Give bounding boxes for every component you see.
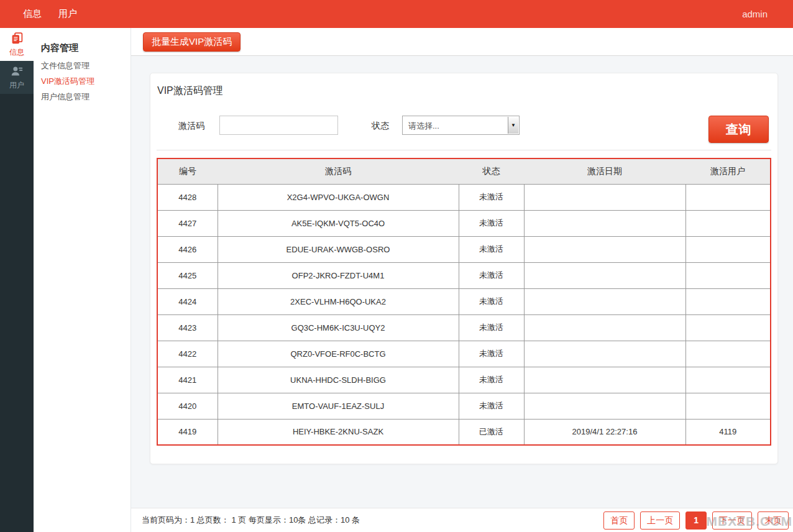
table-row: 4422QRZ0-VFOE-RF0C-BCTG未激活 — [157, 341, 771, 367]
table-cell — [524, 236, 685, 262]
table-cell — [685, 262, 771, 288]
batch-generate-button[interactable]: 批量生成VIP激活码 — [143, 32, 241, 52]
column-header: 激活用户 — [685, 158, 771, 184]
table-row: 4420EMTO-VAUF-1EAZ-SULJ未激活 — [157, 393, 771, 419]
table-cell — [524, 367, 685, 393]
sidebar-item-user-info[interactable]: 用户信息管理 — [41, 93, 131, 101]
table-cell: 未激活 — [459, 288, 524, 314]
logged-in-user[interactable]: admin — [742, 9, 768, 19]
table-cell — [685, 314, 771, 341]
rail-item-label: 用户 — [9, 80, 24, 91]
table-cell: 4428 — [157, 184, 218, 210]
page-button-current[interactable]: 1 — [685, 511, 707, 530]
table-cell — [524, 184, 685, 210]
table-cell: 未激活 — [459, 184, 524, 210]
table-cell: 4424 — [157, 288, 218, 314]
rail-item-user[interactable]: 用户 — [0, 61, 34, 94]
table-row: 4427AK5E-IQKM-VQT5-OC4O未激活 — [157, 210, 771, 236]
top-nav-user[interactable]: 用户 — [58, 8, 77, 20]
toolbar: 批量生成VIP激活码 — [131, 28, 793, 56]
table-header-row: 编号激活码状态激活日期激活用户 — [157, 158, 771, 184]
table-cell: 未激活 — [459, 210, 524, 236]
table-cell: AK5E-IQKM-VQT5-OC4O — [218, 210, 459, 236]
table-cell — [524, 210, 685, 236]
user-icon — [11, 65, 24, 80]
table-cell: 未激活 — [459, 367, 524, 393]
table-cell: EDUE-URAK-WWGB-OSRO — [218, 236, 459, 262]
documents-icon — [11, 32, 24, 47]
pagination: 首页上一页1下一页末页 — [603, 511, 789, 530]
table-cell — [685, 288, 771, 314]
table-cell — [524, 288, 685, 314]
table-cell: 4427 — [157, 210, 218, 236]
table-row: 4428X2G4-WPVO-UKGA-OWGN未激活 — [157, 184, 771, 210]
table-cell: QRZ0-VFOE-RF0C-BCTG — [218, 341, 459, 367]
main-area: 批量生成VIP激活码 VIP激活码管理 激活码 状态 请选择... ▼ 查询 编… — [131, 28, 793, 532]
sidebar-item-file-info[interactable]: 文件信息管理 — [41, 62, 131, 70]
sidebar: 内容管理 文件信息管理 VIP激活码管理 用户信息管理 — [34, 28, 131, 532]
column-header: 编号 — [157, 158, 218, 184]
table-cell: 未激活 — [459, 236, 524, 262]
status-select-value: 请选择... — [408, 121, 439, 132]
code-field-label: 激活码 — [178, 121, 204, 132]
table-cell: 已激活 — [459, 419, 524, 445]
table-cell: HEIY-HBKE-2KNU-SAZK — [218, 419, 459, 445]
sidebar-heading-content-mgmt[interactable]: 内容管理 — [41, 42, 131, 54]
table-cell: 未激活 — [459, 341, 524, 367]
table-cell: 4419 — [157, 419, 218, 445]
rail-item-info[interactable]: 信息 — [0, 28, 34, 61]
table-cell: 4425 — [157, 262, 218, 288]
status-field-label: 状态 — [372, 121, 389, 132]
pagination-button[interactable]: 首页 — [603, 511, 635, 530]
sidebar-item-vip-codes[interactable]: VIP激活码管理 — [41, 77, 131, 85]
table-row: 4425OFP2-JKRO-FZDT-U4M1未激活 — [157, 262, 771, 288]
table-row: 44242XEC-VLHM-H6QO-UKA2未激活 — [157, 288, 771, 314]
top-nav: 信息 用户 — [0, 8, 77, 20]
pagination-footer: 当前页码为：1 总页数： 1 页 每页显示：10条 总记录：10 条 首页上一页… — [131, 508, 793, 532]
search-button[interactable]: 查询 — [708, 116, 769, 143]
table-cell — [685, 184, 771, 210]
table-cell: X2G4-WPVO-UKGA-OWGN — [218, 184, 459, 210]
table-cell — [524, 341, 685, 367]
table-cell: 未激活 — [459, 262, 524, 288]
pagination-button[interactable]: 末页 — [758, 511, 789, 530]
pagination-button[interactable]: 上一页 — [640, 511, 680, 530]
table-cell: OFP2-JKRO-FZDT-U4M1 — [218, 262, 459, 288]
table-cell: 未激活 — [459, 314, 524, 341]
icon-rail: 信息 用户 — [0, 28, 34, 532]
column-header: 激活码 — [218, 158, 459, 184]
table-cell: 2XEC-VLHM-H6QO-UKA2 — [218, 288, 459, 314]
table-cell — [685, 236, 771, 262]
table-cell: 未激活 — [459, 393, 524, 419]
pagination-button[interactable]: 下一页 — [712, 511, 752, 530]
column-header: 状态 — [459, 158, 524, 184]
table-row: 4419HEIY-HBKE-2KNU-SAZK已激活2019/4/1 22:27… — [157, 419, 771, 445]
panel-title: VIP激活码管理 — [157, 85, 223, 98]
column-header: 激活日期 — [524, 158, 685, 184]
activation-code-input[interactable] — [219, 116, 338, 135]
table-row: 4426EDUE-URAK-WWGB-OSRO未激活 — [157, 236, 771, 262]
form-divider — [157, 150, 771, 150]
status-select[interactable]: 请选择... ▼ — [402, 116, 520, 135]
table-row: 4423GQ3C-HM6K-IC3U-UQY2未激活 — [157, 314, 771, 341]
table-cell — [685, 210, 771, 236]
table-cell: 4420 — [157, 393, 218, 419]
table-cell: EMTO-VAUF-1EAZ-SULJ — [218, 393, 459, 419]
table-row: 4421UKNA-HHDC-SLDH-BIGG未激活 — [157, 367, 771, 393]
table-cell: 4422 — [157, 341, 218, 367]
page-summary: 当前页码为：1 总页数： 1 页 每页显示：10条 总记录：10 条 — [142, 515, 360, 526]
table-cell: 2019/4/1 22:27:16 — [524, 419, 685, 445]
chevron-down-icon[interactable]: ▼ — [508, 117, 518, 134]
rail-item-label: 信息 — [9, 47, 24, 58]
codes-table: 编号激活码状态激活日期激活用户 4428X2G4-WPVO-UKGA-OWGN未… — [157, 158, 771, 446]
top-nav-info[interactable]: 信息 — [23, 8, 42, 20]
table-cell — [524, 393, 685, 419]
table-cell — [524, 262, 685, 288]
table-cell — [685, 367, 771, 393]
table-cell — [685, 393, 771, 419]
table-cell — [524, 314, 685, 341]
table-cell: 4119 — [685, 419, 771, 445]
table-cell: UKNA-HHDC-SLDH-BIGG — [218, 367, 459, 393]
table-cell: 4421 — [157, 367, 218, 393]
table-cell: GQ3C-HM6K-IC3U-UQY2 — [218, 314, 459, 341]
